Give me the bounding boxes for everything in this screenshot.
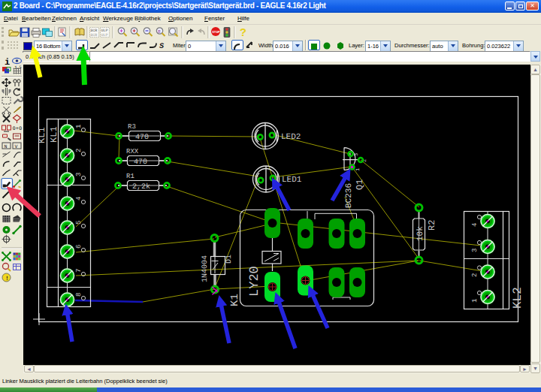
svg-text:3: 3 — [354, 153, 360, 156]
svg-text:4: 4 — [471, 223, 479, 227]
svg-text:470: 470 — [135, 134, 149, 142]
svg-text:7: 7 — [75, 269, 83, 273]
svg-text:RXX: RXX — [126, 148, 139, 155]
svg-text:KL1: KL1 — [37, 127, 47, 143]
svg-text:1: 1 — [75, 125, 83, 128]
svg-text:LED1: LED1 — [282, 176, 302, 185]
svg-text:3: 3 — [75, 173, 83, 176]
svg-text:0+0: 0+0 — [13, 126, 23, 132]
svg-text:?: ? — [240, 27, 246, 39]
svg-text:8: 8 — [75, 293, 83, 297]
svg-text:S: S — [159, 43, 164, 50]
svg-text:D1: D1 — [225, 255, 234, 264]
svg-text:ULP: ULP — [101, 33, 108, 38]
svg-text:K1: K1 — [229, 294, 241, 306]
svg-text:R: R — [158, 29, 161, 35]
svg-text:2,2k: 2,2k — [132, 182, 150, 191]
svg-text:KL1: KL1 — [49, 126, 59, 143]
svg-text:!: ! — [5, 276, 9, 282]
svg-text:470: 470 — [134, 158, 147, 167]
svg-text:STOP: STOP — [212, 31, 220, 35]
svg-text:KL2: KL2 — [511, 287, 524, 309]
svg-text:SCR: SCR — [90, 33, 97, 38]
svg-text:i: i — [5, 57, 10, 68]
svg-text:3: 3 — [471, 249, 479, 252]
svg-text:T: T — [14, 192, 19, 201]
svg-text:1: 1 — [355, 168, 361, 171]
svg-text:Q1: Q1 — [355, 179, 365, 190]
svg-text:BC236: BC236 — [345, 183, 354, 208]
svg-text:R3: R3 — [128, 123, 136, 131]
svg-text:1,5: 1,5 — [15, 65, 22, 70]
svg-text:2: 2 — [75, 149, 83, 152]
svg-text:4: 4 — [75, 197, 83, 201]
svg-text:1: 1 — [471, 299, 479, 303]
svg-text:R1: R1 — [126, 173, 134, 180]
svg-text:LED2: LED2 — [281, 133, 301, 142]
svg-text:5: 5 — [75, 221, 83, 225]
svg-text:R2: R2 — [427, 220, 437, 231]
svg-text:N: N — [5, 144, 8, 149]
svg-text:10k: 10k — [416, 226, 425, 241]
svg-text:V: V — [15, 144, 18, 149]
svg-text:1N4004: 1N4004 — [201, 255, 210, 282]
svg-text:2: 2 — [471, 273, 479, 277]
svg-text:LY20: LY20 — [248, 266, 262, 297]
svg-text:6: 6 — [75, 245, 83, 249]
